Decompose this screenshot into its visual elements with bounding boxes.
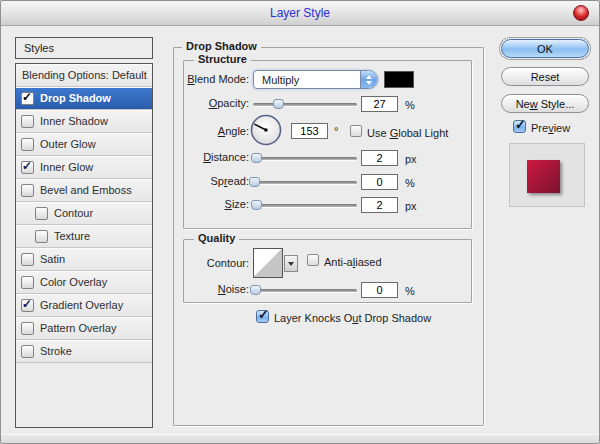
style-label: Pattern Overlay <box>40 322 116 334</box>
noise-slider-track[interactable] <box>253 289 357 292</box>
style-label: Satin <box>40 253 65 265</box>
styles-panel-header: Styles <box>15 37 153 59</box>
styles-item-pattern-overlay[interactable]: Pattern Overlay <box>16 317 152 340</box>
style-label: Outer Glow <box>40 138 96 150</box>
opacity-slider-track[interactable] <box>253 103 357 106</box>
opacity-input[interactable] <box>361 96 398 112</box>
new-style-button[interactable]: New Style... <box>501 94 589 113</box>
noise-label: Noise: <box>179 283 249 295</box>
spread-unit: % <box>405 177 415 189</box>
noise-unit: % <box>405 285 415 297</box>
style-label: Blending Options: Default <box>22 69 147 81</box>
angle-label: Angle: <box>179 125 249 137</box>
styles-item-color-overlay[interactable]: Color Overlay <box>16 271 152 294</box>
style-checkbox[interactable] <box>21 345 34 358</box>
styles-item-drop-shadow[interactable]: Drop Shadow <box>16 87 152 110</box>
preview-label: Preview <box>531 122 570 134</box>
spread-slider-thumb[interactable] <box>249 177 260 187</box>
distance-input[interactable] <box>361 150 398 166</box>
size-label: Size: <box>179 198 249 210</box>
noise-input[interactable] <box>361 282 398 298</box>
spread-slider-track[interactable] <box>253 181 357 184</box>
reset-button[interactable]: Reset <box>501 67 589 86</box>
preview-checkbox[interactable] <box>513 120 526 133</box>
noise-slider[interactable] <box>253 286 357 295</box>
spread-slider[interactable] <box>253 178 357 187</box>
style-checkbox[interactable] <box>21 92 34 105</box>
opacity-label: Opacity: <box>179 97 249 109</box>
style-label: Contour <box>54 207 93 219</box>
quality-group-title: Quality <box>194 232 239 244</box>
styles-item-stroke[interactable]: Stroke <box>16 340 152 363</box>
distance-label: Distance: <box>179 151 249 163</box>
layer-knocks-out-label: Layer Knocks Out Drop Shadow <box>274 312 431 324</box>
anti-aliased-checkbox[interactable] <box>307 254 319 266</box>
anti-aliased-label: Anti-aliased <box>324 256 382 268</box>
style-label: Stroke <box>40 345 72 357</box>
angle-dial[interactable] <box>249 113 283 147</box>
blend-mode-value: Multiply <box>254 74 360 86</box>
spread-input[interactable] <box>361 174 398 190</box>
styles-item-texture[interactable]: Texture <box>16 225 152 248</box>
opacity-slider[interactable] <box>253 100 357 109</box>
style-label: Gradient Overlay <box>40 299 123 311</box>
styles-item-contour[interactable]: Contour <box>16 202 152 225</box>
blend-mode-select[interactable]: Multiply <box>253 70 378 89</box>
style-checkbox[interactable] <box>21 253 34 266</box>
style-checkbox[interactable] <box>35 207 48 220</box>
layer-knocks-out-checkbox[interactable] <box>256 310 269 323</box>
style-checkbox[interactable] <box>21 184 34 197</box>
opacity-slider-thumb[interactable] <box>273 99 284 109</box>
size-slider[interactable] <box>253 201 357 210</box>
layer-style-dialog: Layer Style Styles Blending Options: Def… <box>0 0 600 444</box>
contour-picker[interactable] <box>253 248 283 278</box>
styles-item-inner-shadow[interactable]: Inner Shadow <box>16 110 152 133</box>
styles-item-satin[interactable]: Satin <box>16 248 152 271</box>
styles-item-gradient-overlay[interactable]: Gradient Overlay <box>16 294 152 317</box>
style-label: Texture <box>54 230 90 242</box>
styles-item-outer-glow[interactable]: Outer Glow <box>16 133 152 156</box>
opacity-unit: % <box>405 99 415 111</box>
size-input[interactable] <box>361 197 398 213</box>
style-label: Color Overlay <box>40 276 107 288</box>
distance-slider[interactable] <box>253 154 357 163</box>
angle-input[interactable] <box>291 123 328 139</box>
style-label: Bevel and Emboss <box>40 184 132 196</box>
styles-item-inner-glow[interactable]: Inner Glow <box>16 156 152 179</box>
drop-shadow-group-title: Drop Shadow <box>182 40 261 52</box>
size-slider-track[interactable] <box>253 204 357 207</box>
style-label: Inner Shadow <box>40 115 108 127</box>
preview-panel <box>509 143 585 207</box>
styles-item-bevel-emboss[interactable]: Bevel and Emboss <box>16 179 152 202</box>
combo-stepper-icon[interactable] <box>360 71 377 88</box>
ok-button[interactable]: OK <box>501 39 589 58</box>
styles-item-blending-options[interactable]: Blending Options: Default <box>16 64 152 87</box>
structure-group-title: Structure <box>194 53 251 65</box>
contour-dropdown-arrow-icon[interactable] <box>284 255 298 272</box>
distance-slider-thumb[interactable] <box>251 153 262 163</box>
noise-slider-thumb[interactable] <box>250 285 261 295</box>
blend-mode-label: Blend Mode: <box>179 73 249 85</box>
use-global-light-label: Use Global Light <box>367 127 448 139</box>
style-checkbox[interactable] <box>21 115 34 128</box>
style-label: Inner Glow <box>40 161 93 173</box>
title-bar[interactable]: Layer Style <box>1 1 599 26</box>
shadow-color-swatch[interactable] <box>384 71 414 88</box>
close-button[interactable] <box>573 5 589 21</box>
styles-list[interactable]: Blending Options: Default Drop Shadow In… <box>15 63 153 428</box>
style-checkbox[interactable] <box>21 276 34 289</box>
angle-unit: ° <box>334 125 338 137</box>
style-checkbox[interactable] <box>21 322 34 335</box>
size-unit: px <box>405 200 417 212</box>
distance-unit: px <box>405 153 417 165</box>
contour-label: Contour: <box>179 257 249 269</box>
use-global-light-checkbox[interactable] <box>350 125 362 137</box>
distance-slider-track[interactable] <box>253 157 357 160</box>
style-checkbox[interactable] <box>21 299 34 312</box>
style-checkbox[interactable] <box>21 161 34 174</box>
preview-thumbnail <box>527 160 560 193</box>
style-label: Drop Shadow <box>40 92 111 104</box>
size-slider-thumb[interactable] <box>251 200 262 210</box>
style-checkbox[interactable] <box>21 138 34 151</box>
style-checkbox[interactable] <box>35 230 48 243</box>
